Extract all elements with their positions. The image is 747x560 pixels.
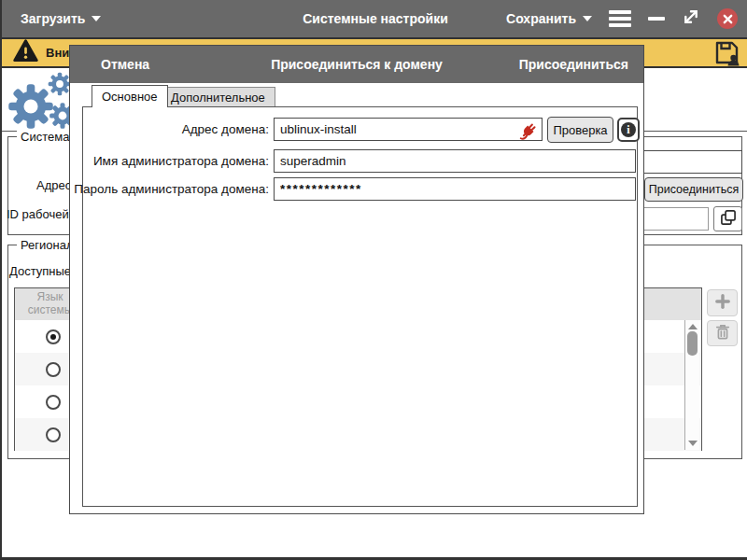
minimize-button[interactable] xyxy=(648,17,665,21)
join-domain-bg-button[interactable]: Присоединиться xyxy=(644,177,743,202)
scroll-up-icon[interactable] xyxy=(688,324,698,329)
maximize-button[interactable] xyxy=(682,7,700,30)
chevron-down-icon xyxy=(583,16,592,21)
delete-language-button[interactable] xyxy=(707,320,738,346)
radio[interactable] xyxy=(46,395,61,410)
close-button[interactable] xyxy=(717,8,738,29)
plus-icon xyxy=(712,291,733,315)
admin-password-label: Пароль администратора домена: xyxy=(70,182,269,196)
info-button[interactable]: i xyxy=(617,118,640,142)
load-menu-label: Загрузить xyxy=(21,11,85,26)
save-menu-label: Сохранить xyxy=(506,11,576,26)
load-menu-button[interactable]: Загрузить xyxy=(21,0,101,37)
titlebar: Загрузить Системные настройки Сохранить xyxy=(2,0,747,37)
radio[interactable] xyxy=(46,427,61,442)
cancel-button[interactable]: Отмена xyxy=(101,46,149,83)
admin-password-input[interactable] xyxy=(274,177,636,201)
domain-address-label: Адрес домена: xyxy=(70,122,269,136)
chevron-down-icon xyxy=(92,16,101,21)
check-button[interactable]: Проверка xyxy=(547,117,613,143)
copy-icon xyxy=(719,208,738,230)
warning-icon xyxy=(13,39,38,66)
tab-additional[interactable]: Дополнительное xyxy=(161,87,275,107)
app-window: Система Адрес домена: Присоединиться ID … xyxy=(0,0,747,560)
save-menu-button[interactable]: Сохранить xyxy=(506,11,592,26)
join-domain-dialog: Отмена Присоединиться к домену Присоедин… xyxy=(69,45,644,514)
tab-main[interactable]: Основное xyxy=(92,85,168,107)
info-icon: i xyxy=(621,122,636,137)
scrollbar-thumb[interactable] xyxy=(687,331,698,356)
table-scrollbar[interactable] xyxy=(684,320,699,450)
system-group-legend: Система xyxy=(17,130,73,144)
copy-button[interactable] xyxy=(713,206,742,231)
join-button[interactable]: Присоединиться xyxy=(519,46,628,83)
domain-address-input[interactable] xyxy=(274,118,543,141)
radio[interactable] xyxy=(46,329,61,344)
add-language-button[interactable] xyxy=(707,289,738,316)
dialog-header: Отмена Присоединиться к домену Присоедин… xyxy=(70,46,643,83)
menu-button[interactable] xyxy=(609,10,631,27)
trash-icon xyxy=(713,323,732,344)
save-user-icon[interactable] xyxy=(713,40,741,70)
admin-name-label: Имя администратора домена: xyxy=(70,154,269,168)
admin-name-input[interactable] xyxy=(274,149,636,173)
scroll-down-icon[interactable] xyxy=(688,441,698,446)
radio[interactable] xyxy=(46,362,61,377)
